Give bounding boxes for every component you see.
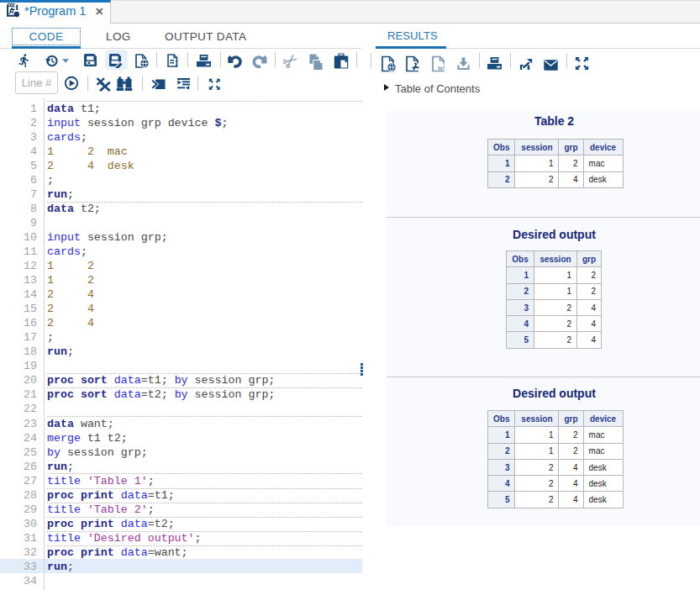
svg-text:w: w	[438, 63, 445, 72]
svg-text:;: ;	[174, 57, 177, 67]
